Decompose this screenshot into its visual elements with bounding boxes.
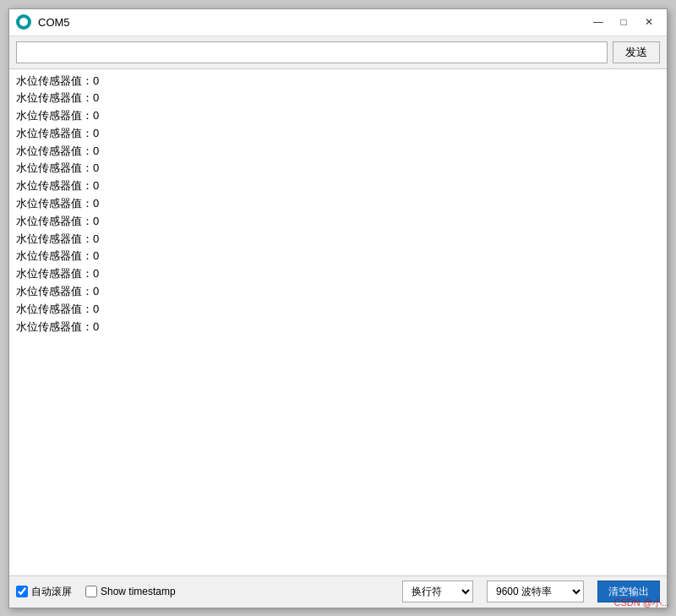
output-line: 水位传感器值：0 bbox=[16, 90, 660, 107]
status-bar: 自动滚屏 Show timestamp 换行符 9600 波特率 清空输出 bbox=[9, 575, 667, 608]
title-bar: COM5 — □ ✕ bbox=[9, 9, 667, 36]
autoscroll-checkbox[interactable] bbox=[16, 586, 28, 597]
output-line: 水位传感器值：0 bbox=[16, 195, 660, 213]
output-area: 水位传感器值：0水位传感器值：0水位传感器值：0水位传感器值：0水位传感器值：0… bbox=[9, 69, 667, 575]
timestamp-checkbox-container[interactable]: Show timestamp bbox=[85, 586, 176, 597]
output-line: 水位传感器值：0 bbox=[16, 143, 660, 161]
timestamp-label: Show timestamp bbox=[101, 586, 176, 597]
output-line: 水位传感器值：0 bbox=[16, 248, 660, 265]
window-controls: — □ ✕ bbox=[587, 14, 660, 30]
watermark: CSDN @小... bbox=[613, 597, 669, 609]
minimize-button[interactable]: — bbox=[587, 14, 609, 30]
window-title: COM5 bbox=[38, 16, 587, 29]
main-window: COM5 — □ ✕ 发送 水位传感器值：0水位传感器值：0水位传感器值：0水位… bbox=[8, 8, 668, 608]
output-line: 水位传感器值：0 bbox=[16, 301, 660, 319]
newline-select[interactable]: 换行符 bbox=[402, 581, 473, 602]
output-line: 水位传感器值：0 bbox=[16, 265, 660, 283]
timestamp-checkbox[interactable] bbox=[85, 586, 97, 597]
close-button[interactable]: ✕ bbox=[638, 14, 660, 30]
send-button[interactable]: 发送 bbox=[613, 41, 660, 63]
autoscroll-label: 自动滚屏 bbox=[31, 585, 72, 599]
output-line: 水位传感器值：0 bbox=[16, 213, 660, 231]
maximize-button[interactable]: □ bbox=[613, 14, 635, 30]
autoscroll-checkbox-container[interactable]: 自动滚屏 bbox=[16, 585, 72, 599]
output-line: 水位传感器值：0 bbox=[16, 73, 660, 90]
baud-select[interactable]: 9600 波特率 bbox=[487, 581, 584, 602]
output-line: 水位传感器值：0 bbox=[16, 231, 660, 248]
send-input[interactable] bbox=[16, 41, 608, 63]
output-line: 水位传感器值：0 bbox=[16, 177, 660, 195]
output-line: 水位传感器值：0 bbox=[16, 160, 660, 177]
app-icon bbox=[16, 14, 31, 30]
output-line: 水位传感器值：0 bbox=[16, 319, 660, 336]
output-line: 水位传感器值：0 bbox=[16, 125, 660, 143]
output-line: 水位传感器值：0 bbox=[16, 107, 660, 125]
toolbar: 发送 bbox=[9, 36, 667, 69]
output-line: 水位传感器值：0 bbox=[16, 283, 660, 301]
